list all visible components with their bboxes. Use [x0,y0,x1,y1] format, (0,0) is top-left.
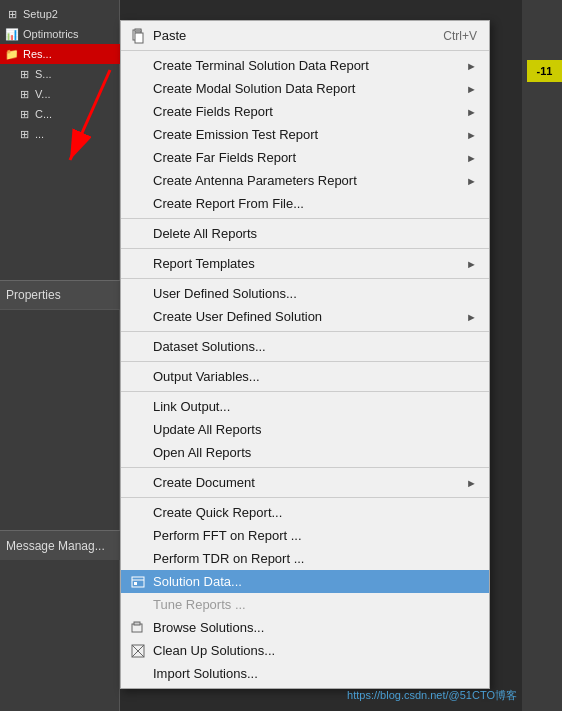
separator-2 [121,218,489,219]
link-output-label: Link Output... [153,399,477,414]
menu-item-create-antenna[interactable]: Create Antenna Parameters Report ► [121,169,489,192]
menu-item-perform-tdr[interactable]: Perform TDR on Report ... [121,547,489,570]
browse-solutions-icon [129,619,147,637]
tree-label-dots: ... [35,128,44,140]
solution-data-label: Solution Data... [153,574,477,589]
create-modal-label: Create Modal Solution Data Report [153,81,466,96]
menu-item-dataset-solutions[interactable]: Dataset Solutions... [121,335,489,358]
properties-panel: Properties [0,280,120,310]
submenu-arrow-fields: ► [466,106,477,118]
menu-item-create-farfields[interactable]: Create Far Fields Report ► [121,146,489,169]
delete-all-label: Delete All Reports [153,226,477,241]
tree-item-optimotrics[interactable]: 📊 Optimotrics [0,24,120,44]
tree-item-setup2[interactable]: ⊞ Setup2 [0,4,120,24]
menu-item-import-solutions[interactable]: Import Solutions... [121,662,489,685]
properties-label: Properties [6,288,61,302]
import-solutions-label: Import Solutions... [153,666,477,681]
submenu-arrow-antenna: ► [466,175,477,187]
context-menu: Paste Ctrl+V Create Terminal Solution Da… [120,20,490,689]
tree-label-c: C... [35,108,52,120]
submenu-arrow-document: ► [466,477,477,489]
separator-1 [121,50,489,51]
menu-item-create-quick[interactable]: Create Quick Report... [121,501,489,524]
menu-item-paste[interactable]: Paste Ctrl+V [121,24,489,47]
create-antenna-label: Create Antenna Parameters Report [153,173,466,188]
browse-solutions-label: Browse Solutions... [153,620,477,635]
create-from-file-label: Create Report From File... [153,196,477,211]
separator-5 [121,331,489,332]
create-terminal-label: Create Terminal Solution Data Report [153,58,466,73]
svg-rect-10 [134,582,137,585]
menu-item-output-variables[interactable]: Output Variables... [121,365,489,388]
menu-item-user-defined-solutions[interactable]: User Defined Solutions... [121,282,489,305]
report-templates-label: Report Templates [153,256,466,271]
tree-icon-setup2: ⊞ [4,6,20,22]
create-emission-label: Create Emission Test Report [153,127,466,142]
separator-7 [121,391,489,392]
clean-up-label: Clean Up Solutions... [153,643,477,658]
tree-label-res: Res... [23,48,52,60]
svg-rect-8 [132,577,144,587]
menu-item-create-from-file[interactable]: Create Report From File... [121,192,489,215]
menu-item-create-modal[interactable]: Create Modal Solution Data Report ► [121,77,489,100]
separator-6 [121,361,489,362]
tune-reports-label: Tune Reports ... [153,597,477,612]
svg-rect-6 [135,33,143,43]
tree-icon-s: ⊞ [16,66,32,82]
menu-item-perform-fft[interactable]: Perform FFT on Report ... [121,524,489,547]
message-label: Message Manag... [6,539,105,553]
submenu-arrow-terminal: ► [466,60,477,72]
update-all-label: Update All Reports [153,422,477,437]
menu-item-tune-reports[interactable]: Tune Reports ... [121,593,489,616]
menu-item-create-fields[interactable]: Create Fields Report ► [121,100,489,123]
perform-tdr-label: Perform TDR on Report ... [153,551,477,566]
submenu-arrow-modal: ► [466,83,477,95]
svg-rect-12 [134,622,140,625]
watermark: https://blog.csdn.net/@51CTO博客 [347,688,517,703]
create-document-label: Create Document [153,475,466,490]
clean-up-icon [129,642,147,660]
menu-item-update-all[interactable]: Update All Reports [121,418,489,441]
menu-item-create-user-defined[interactable]: Create User Defined Solution ► [121,305,489,328]
tree-label-v: V... [35,88,51,100]
submenu-arrow-emission: ► [466,129,477,141]
tree-icon-c: ⊞ [16,106,32,122]
dataset-solutions-label: Dataset Solutions... [153,339,477,354]
user-defined-solutions-label: User Defined Solutions... [153,286,477,301]
solution-data-icon [129,573,147,591]
submenu-arrow-farfields: ► [466,152,477,164]
output-variables-label: Output Variables... [153,369,477,384]
right-panel [522,0,562,711]
tree-label-setup2: Setup2 [23,8,58,20]
paste-shortcut: Ctrl+V [403,29,477,43]
separator-9 [121,497,489,498]
menu-item-solution-data[interactable]: Solution Data... [121,570,489,593]
menu-item-create-document[interactable]: Create Document ► [121,471,489,494]
svg-line-1 [70,70,110,160]
tree-label-s: S... [35,68,52,80]
menu-item-browse-solutions[interactable]: Browse Solutions... [121,616,489,639]
menu-item-clean-up[interactable]: Clean Up Solutions... [121,639,489,662]
separator-4 [121,278,489,279]
menu-item-link-output[interactable]: Link Output... [121,395,489,418]
tree-label-optimotrics: Optimotrics [23,28,79,40]
tree-icon-res: 📁 [4,46,20,62]
menu-item-create-terminal[interactable]: Create Terminal Solution Data Report ► [121,54,489,77]
submenu-arrow-user-defined: ► [466,311,477,323]
separator-3 [121,248,489,249]
create-user-defined-label: Create User Defined Solution [153,309,466,324]
open-all-label: Open All Reports [153,445,477,460]
create-fields-label: Create Fields Report [153,104,466,119]
create-farfields-label: Create Far Fields Report [153,150,466,165]
tree-icon-optimotrics: 📊 [4,26,20,42]
watermark-text: https://blog.csdn.net/@51CTO博客 [347,689,517,701]
paste-icon [129,27,147,45]
menu-item-open-all[interactable]: Open All Reports [121,441,489,464]
submenu-arrow-templates: ► [466,258,477,270]
menu-item-delete-all[interactable]: Delete All Reports [121,222,489,245]
menu-item-create-emission[interactable]: Create Emission Test Report ► [121,123,489,146]
right-value-indicator: -11 [527,60,562,82]
tree-icon-v: ⊞ [16,86,32,102]
menu-item-report-templates[interactable]: Report Templates ► [121,252,489,275]
tree-icon-dots: ⊞ [16,126,32,142]
